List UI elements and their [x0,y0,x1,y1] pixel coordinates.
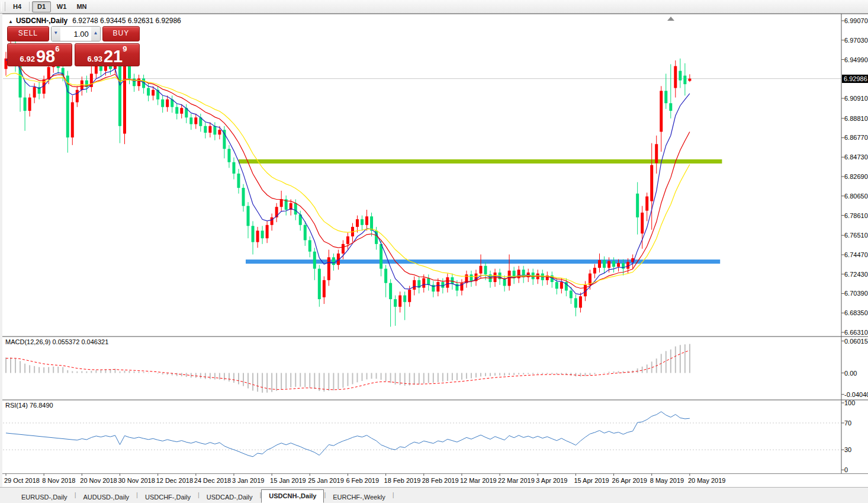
buy-price-small: 6.93 [88,55,102,64]
price-tick-label: 6.66310 [844,329,868,336]
price-tick-label: 6.68350 [844,309,868,316]
rsi-tick-label: 70 [844,419,851,427]
sell-price-sup: 6 [55,44,59,53]
sell-button[interactable]: SELL [7,26,49,41]
timeframe-button-w1[interactable]: W1 [52,1,71,12]
chart-tab-eurusd[interactable]: EURUSD-,Daily [14,491,75,503]
rsi-tick-label: 30 [844,446,851,453]
chart-tab-eurchf[interactable]: EURCHF-,Weekly [326,491,392,503]
sell-price-small: 6.92 [20,55,35,64]
date-tick-label: 12 Mar 2019 [460,477,497,484]
rsi-chart-area[interactable] [3,399,841,473]
buy-price-sup: 9 [123,44,127,53]
chart-tab-usdcnh[interactable]: USDCNH-,Daily [261,489,324,503]
current-price-label: 6.92986 [842,75,868,83]
date-tick-label: 8 May 2019 [650,477,684,484]
price-tick-label: 6.99070 [844,17,868,24]
macd-chart-area[interactable] [3,336,841,399]
timeframe-button-h4[interactable]: H4 [8,1,27,12]
symbol-tab-bar: EURUSD-,Daily|AUDUSD-,Daily|USDCHF-,Dail… [0,487,868,503]
date-tick-label: 29 Oct 2018 [4,477,40,484]
volume-input[interactable] [60,27,91,41]
macd-label: MACD(12,26,9) 0.055372 0.046321 [5,338,108,345]
date-tick-label: 15 Apr 2019 [574,477,609,484]
date-tick-label: 28 Feb 2019 [422,477,459,484]
date-tick-label: 3 Apr 2019 [536,477,567,484]
terminal-window: H4D1W1MN ▲USDCNH-,Daily6.92748 6.93445 6… [0,0,868,503]
buy-price-button[interactable]: 6.93219 [75,43,140,66]
tab-separator: | [393,491,394,498]
date-tick-label: 8 Nov 2018 [42,477,75,484]
macd-tick-label: 0.060159 [844,338,868,345]
date-tick-label: 22 Mar 2019 [498,477,535,484]
macd-tick-label: 0.00 [844,370,857,377]
rsi-label: RSI(14) 76.8490 [5,402,53,409]
date-tick-label: 12 Dec 2018 [156,477,193,484]
volume-stepper: ▼ ▲ [51,26,101,41]
rsi-tick-label: 100 [844,399,855,406]
price-tick-label: 6.80650 [844,193,868,200]
date-tick-label: 18 Feb 2019 [384,477,421,484]
buy-button[interactable]: BUY [102,26,140,41]
price-tick-label: 6.90910 [844,95,868,102]
price-tick-label: 6.88810 [844,115,868,122]
chart-tab-usdcad[interactable]: USDCAD-,Daily [200,491,260,503]
chart-tab-usdchf[interactable]: USDCHF-,Daily [138,491,198,503]
date-tick-label: 15 Jan 2019 [270,477,306,484]
date-tick-label: 3 Jan 2019 [232,477,264,484]
date-tick-label: 24 Dec 2018 [194,477,231,484]
chart-ohlc-values: 6.92748 6.93445 6.92631 6.92986 [72,17,181,25]
chart-symbol-title: USDCNH-,Daily [16,17,67,25]
date-tick-label: 20 Nov 2018 [80,477,117,484]
price-tick-label: 6.70390 [844,290,868,297]
collapse-triangle-icon[interactable]: ▲ [8,19,13,24]
date-tick-label: 20 May 2019 [688,477,726,484]
buy-price-big: 21 [104,49,123,64]
one-click-trade-widget: SELL ▼ ▲ BUY 6.92986 6.93219 [7,26,140,66]
rsi-tick-label: 0 [844,466,848,473]
price-tick-label: 6.78610 [844,212,868,219]
price-tick-label: 6.72430 [844,271,868,278]
sell-price-button[interactable]: 6.92986 [7,43,72,66]
date-tick-label: 30 Nov 2018 [118,477,155,484]
chart-header: ▲USDCNH-,Daily6.92748 6.93445 6.92631 6.… [8,17,181,25]
timeframe-button-mn[interactable]: MN [72,1,91,12]
volume-decrease-button[interactable]: ▼ [52,27,60,41]
date-tick-label: 25 Jan 2019 [308,477,344,484]
sell-price-big: 98 [36,49,55,64]
toolbar-separator [29,2,30,11]
date-tick-label: 26 Apr 2019 [612,477,647,484]
price-tick-label: 6.97030 [844,37,868,44]
chart-tab-audusd[interactable]: AUDUSD-,Daily [76,491,136,503]
timeframe-button-d1[interactable]: D1 [32,1,51,12]
price-tick-label: 6.94990 [844,56,868,63]
toolbar-grip[interactable] [1,2,5,11]
price-tick-label: 6.84730 [844,153,868,161]
price-tick-label: 6.76510 [844,232,868,239]
volume-increase-button[interactable]: ▲ [91,27,100,41]
macd-tick-label: -0.040407 [844,391,868,398]
price-tick-label: 6.82690 [844,173,868,180]
timeframe-toolbar: H4D1W1MN [0,0,868,14]
price-tick-label: 6.74470 [844,251,868,258]
price-tick-label: 6.86770 [844,134,868,141]
date-tick-label: 6 Feb 2019 [346,477,379,484]
